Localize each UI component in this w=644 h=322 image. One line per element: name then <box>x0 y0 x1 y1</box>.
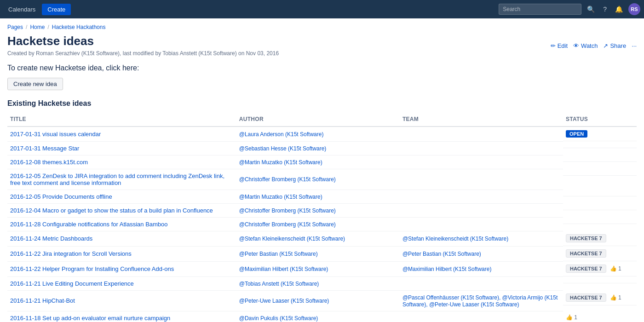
idea-team <box>400 190 563 203</box>
col-header-author: Author <box>236 112 400 126</box>
table-row: 2016-11-18 Set up add-on evaluator email… <box>7 311 637 322</box>
breadcrumb-home[interactable]: Home <box>30 24 45 30</box>
team-tag: @Pascal Offenhäusser (K15t Software), @V… <box>402 294 558 308</box>
idea-link[interactable]: 2017-01-31 visual issues calendar <box>10 131 101 138</box>
idea-link[interactable]: 2016-11-21 HipChat-Bot <box>10 297 75 304</box>
idea-link[interactable]: 2016-11-22 Helper Program for Installing… <box>10 265 174 272</box>
idea-author: @Stefan Kleineikenscheidt (K15t Software… <box>236 231 400 246</box>
idea-link[interactable]: 2016-12-05 Provide Documents offline <box>10 193 112 200</box>
idea-link[interactable]: 2016-12-08 themes.k15t.com <box>10 159 88 166</box>
idea-author: @Peter Bastian (K15t Software) <box>236 246 400 261</box>
author-tag: @Christoffer Bromberg (K15t Software) <box>239 176 336 183</box>
top-nav-left: Calendars Create <box>4 3 71 16</box>
table-row: 2016-11-21 HipChat-Bot@Peter-Uwe Laaser … <box>7 290 637 311</box>
table-row: 2016-11-24 Metric Dashboards@Stefan Klei… <box>7 231 637 246</box>
notifications-icon[interactable]: 🔔 <box>612 4 626 15</box>
author-tag: @Sebastian Hesse (K15t Software) <box>239 145 327 152</box>
idea-author: @Christoffer Bromberg (K15t Software) <box>236 217 400 231</box>
table-header: Title Author Team Status <box>7 112 637 126</box>
author-tag: @Maximilian Hilbert (K15t Software) <box>239 266 328 272</box>
idea-status-cell: OPEN <box>563 127 637 141</box>
content: To create new Hacketse idea, click here:… <box>0 64 644 322</box>
idea-team <box>400 311 563 322</box>
table-row: 2016-12-05 Provide Documents offline@Mar… <box>7 190 637 203</box>
status-badge: HACKETSE 7 <box>566 234 606 242</box>
author-tag: @Peter-Uwe Laaser (K15t Software) <box>239 298 329 304</box>
page-title: Hacketse ideas <box>0 32 644 49</box>
top-nav-right: 🔍 ? 🔔 RS <box>499 3 640 15</box>
team-tag: @Stefan Kleineikenscheidt (K15t Software… <box>402 236 508 242</box>
ideas-table: Title Author Team Status 2017-01-31 visu… <box>7 112 637 322</box>
idea-team <box>400 141 563 155</box>
team-tag: @Maximilian Hilbert (K15t Software) <box>402 266 492 272</box>
idea-link[interactable]: 2016-12-04 Macro or gadget to show the s… <box>10 207 213 214</box>
idea-link[interactable]: 2016-11-28 Configurable notifications fo… <box>10 221 168 228</box>
idea-team <box>400 203 563 217</box>
nav-calendars[interactable]: Calendars <box>4 3 40 16</box>
create-idea-button[interactable]: Create new idea <box>7 78 63 90</box>
help-icon[interactable]: ? <box>600 4 610 15</box>
page-meta: Created by Roman Serazhiev (K15t Softwar… <box>0 49 644 64</box>
search-icon[interactable]: 🔍 <box>584 4 598 15</box>
idea-team <box>400 217 563 231</box>
breadcrumb-pages[interactable]: Pages <box>7 24 23 30</box>
idea-author: @Martin Muzatko (K15t Software) <box>236 155 400 169</box>
author-tag: @Martin Muzatko (K15t Software) <box>239 159 322 166</box>
idea-team <box>400 155 563 169</box>
team-tag: @Peter Bastian (K15t Software) <box>402 251 481 257</box>
top-nav: Calendars Create 🔍 ? 🔔 RS <box>0 0 644 18</box>
search-input[interactable] <box>499 4 581 15</box>
edit-button[interactable]: ✏ Edit <box>551 42 568 49</box>
page-actions: ✏ Edit 👁 Watch ↗ Share ··· <box>551 42 637 49</box>
idea-status-cell: 👍 1 <box>563 311 637 322</box>
idea-author: @Laura Anderson (K15t Software) <box>236 126 400 141</box>
idea-team: @Maximilian Hilbert (K15t Software) <box>400 261 563 276</box>
col-header-status: Status <box>563 112 637 126</box>
idea-link[interactable]: 2016-11-18 Set up add-on evaluator email… <box>10 315 170 322</box>
idea-link[interactable]: 2016-11-22 Jira integration for Scroll V… <box>10 250 132 257</box>
table-body: 2017-01-31 visual issues calendar@Laura … <box>7 126 637 322</box>
idea-team <box>400 126 563 141</box>
status-badge: HACKETSE 7 <box>566 293 606 302</box>
idea-link[interactable]: 2017-01-31 Message Star <box>10 145 79 152</box>
author-tag: @Stefan Kleineikenscheidt (K15t Software… <box>239 236 345 242</box>
section-intro: To create new Hacketse idea, click here: <box>7 64 637 72</box>
status-badge: HACKETSE 7 <box>566 249 606 258</box>
breadcrumb: Pages / Home / Hacketse Hackathons <box>0 18 644 32</box>
table-row: 2017-01-31 Message Star@Sebastian Hesse … <box>7 141 637 155</box>
idea-team: @Pascal Offenhäusser (K15t Software), @V… <box>400 290 563 311</box>
table-row: 2016-12-08 themes.k15t.com@Martin Muzatk… <box>7 155 637 169</box>
table-row: 2016-11-22 Jira integration for Scroll V… <box>7 246 637 261</box>
nav-create-button[interactable]: Create <box>42 4 71 15</box>
author-tag: @Christoffer Bromberg (K15t Software) <box>239 221 336 228</box>
idea-author: @Martin Muzatko (K15t Software) <box>236 190 400 203</box>
idea-team <box>400 276 563 290</box>
breadcrumb-sep-2: / <box>47 24 49 30</box>
idea-author: @Maximilian Hilbert (K15t Software) <box>236 261 400 276</box>
idea-link[interactable]: 2016-11-21 Live Editing Document Experie… <box>10 280 134 287</box>
col-header-team: Team <box>400 112 563 126</box>
idea-status-cell: HACKETSE 7👍 1 <box>563 261 637 276</box>
idea-team <box>400 169 563 190</box>
idea-team: @Stefan Kleineikenscheidt (K15t Software… <box>400 231 563 246</box>
breadcrumb-hackathons[interactable]: Hacketse Hackathons <box>52 24 106 30</box>
table-row: 2016-12-04 Macro or gadget to show the s… <box>7 203 637 217</box>
idea-author: @Christoffer Bromberg (K15t Software) <box>236 203 400 217</box>
idea-status-cell <box>563 217 637 224</box>
idea-status-cell <box>563 203 637 210</box>
idea-status-cell: HACKETSE 7 <box>563 246 637 261</box>
idea-status-cell <box>563 155 637 162</box>
watch-button[interactable]: 👁 Watch <box>573 42 598 49</box>
author-tag: @Laura Anderson (K15t Software) <box>239 131 324 138</box>
thumbs-up: 👍 1 <box>610 294 621 301</box>
idea-author: @Peter-Uwe Laaser (K15t Software) <box>236 290 400 311</box>
author-tag: @Davin Pukulis (K15t Software) <box>239 315 318 322</box>
author-tag: @Peter Bastian (K15t Software) <box>239 251 318 257</box>
more-button[interactable]: ··· <box>632 42 637 49</box>
avatar[interactable]: RS <box>628 3 640 15</box>
idea-status-cell: HACKETSE 7👍 1 <box>563 290 637 305</box>
idea-link[interactable]: 2016-11-24 Metric Dashboards <box>10 235 92 242</box>
idea-link[interactable]: 2016-12-05 ZenDesk to JIRA integration t… <box>10 172 224 186</box>
idea-author: @Davin Pukulis (K15t Software) <box>236 311 400 322</box>
share-button[interactable]: ↗ Share <box>603 42 626 49</box>
